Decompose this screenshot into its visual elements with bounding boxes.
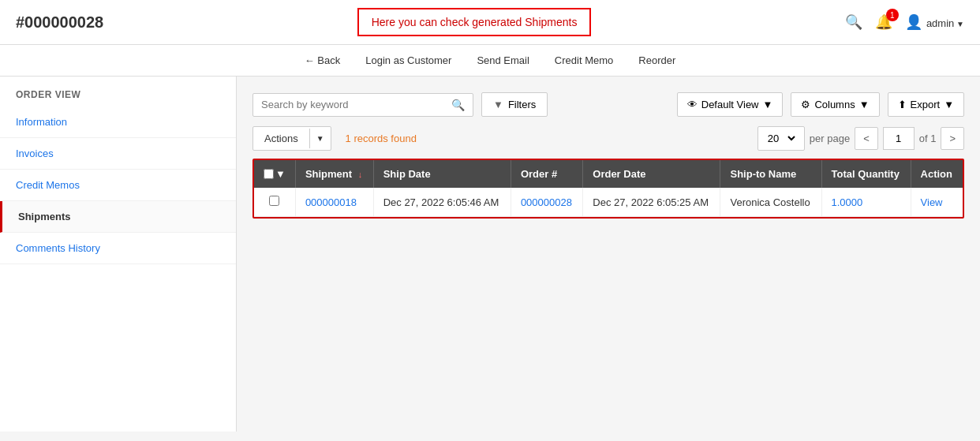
sidebar-label-information: Information	[16, 116, 67, 128]
row-order-date: Dec 27, 2022 6:05:25 AM	[583, 188, 720, 217]
th-ship-to-name: Ship-to Name	[720, 160, 821, 188]
shipments-table: ▼ Shipment ↓ Ship Date Order #	[254, 160, 963, 217]
table-row: 000000018 Dec 27, 2022 6:05:46 AM 000000…	[254, 188, 963, 217]
row-ship-date: Dec 27, 2022 6:05:46 AM	[373, 188, 511, 217]
admin-label: admin	[926, 17, 964, 29]
col-total-quantity-label: Total Quantity	[832, 168, 900, 180]
gear-icon: ⚙	[801, 99, 810, 110]
tooltip-banner: Here you can check generated Shipments	[357, 8, 592, 36]
records-count: 1 records found	[346, 133, 417, 144]
sidebar-item-invoices[interactable]: Invoices	[0, 138, 236, 170]
row-ship-to-name: Veronica Costello	[720, 188, 821, 217]
th-checkbox: ▼	[254, 160, 295, 188]
current-page-input[interactable]	[883, 127, 915, 150]
notification-bell[interactable]: 🔔 1	[875, 13, 892, 31]
actions-caret-icon[interactable]: ▼	[309, 129, 331, 148]
actions-dropdown: Actions ▼	[252, 126, 331, 151]
filter-icon: ▼	[493, 99, 503, 110]
filters-label: Filters	[508, 99, 536, 110]
ship-date-value: Dec 27, 2022 6:05:46 AM	[383, 196, 499, 208]
export-button[interactable]: ⬆ Export ▼	[888, 92, 964, 117]
admin-menu[interactable]: 👤 admin	[905, 13, 964, 31]
col-action-label: Action	[921, 168, 952, 180]
col-order-date-label: Order Date	[593, 168, 645, 180]
search-submit-icon[interactable]: 🔍	[451, 99, 465, 111]
columns-button[interactable]: ⚙ Columns ▼	[791, 92, 879, 117]
search-icon: 🔍	[845, 14, 862, 30]
th-ship-date: Ship Date	[373, 160, 511, 188]
sidebar-label-comments-history: Comments History	[16, 242, 100, 254]
tooltip-text: Here you can check generated Shipments	[372, 16, 578, 28]
next-page-button[interactable]: >	[941, 127, 964, 150]
prev-page-button[interactable]: <	[855, 127, 878, 150]
default-view-button[interactable]: 👁 Default View ▼	[677, 92, 784, 117]
columns-chevron: ▼	[859, 99, 870, 110]
default-view-label: Default View	[701, 99, 759, 110]
columns-label: Columns	[814, 99, 855, 110]
sidebar-item-shipments[interactable]: Shipments	[0, 201, 236, 233]
sidebar-item-comments-history[interactable]: Comments History	[0, 233, 236, 264]
person-icon: 👤	[905, 14, 922, 30]
page-of-label: of 1	[919, 133, 937, 144]
top-header: #000000028 Here you can check generated …	[0, 0, 980, 45]
ship-to-name-value: Veronica Costello	[730, 196, 810, 208]
back-button[interactable]: ← Back	[305, 54, 341, 66]
notification-badge: 1	[886, 9, 899, 21]
th-order-num: Order #	[511, 160, 582, 188]
eye-icon: 👁	[687, 99, 698, 110]
row-checkbox[interactable]	[269, 196, 279, 206]
default-view-chevron: ▼	[763, 99, 773, 110]
sidebar-label-shipments: Shipments	[18, 211, 70, 222]
sidebar-item-information[interactable]: Information	[0, 107, 236, 138]
sidebar-item-credit-memos[interactable]: Credit Memos	[0, 170, 236, 201]
sidebar-label-credit-memos: Credit Memos	[16, 179, 80, 191]
th-order-date: Order Date	[583, 160, 720, 188]
row-total-quantity: 1.0000	[821, 188, 911, 217]
shipment-link[interactable]: 000000018	[305, 196, 357, 208]
toolbar: 🔍 ▼ Filters 👁 Default View ▼ ⚙ Columns ▼	[252, 92, 964, 117]
th-action: Action	[911, 160, 963, 188]
main-layout: ORDER VIEW Information Invoices Credit M…	[0, 77, 980, 432]
send-email-button[interactable]: Send Email	[477, 54, 529, 66]
col-shipment-label: Shipment	[305, 168, 352, 180]
quantity-link[interactable]: 1.0000	[832, 196, 863, 208]
search-input[interactable]	[261, 99, 451, 110]
order-num-link[interactable]: 000000028	[521, 196, 572, 208]
pagination-controls: 20 50 100 per page < of 1 >	[757, 126, 964, 151]
header-controls: 🔍 🔔 1 👤 admin	[845, 13, 964, 31]
per-page-dropdown[interactable]: 20 50 100	[765, 132, 798, 145]
col-order-num-label: Order #	[521, 168, 557, 180]
view-controls: 👁 Default View ▼ ⚙ Columns ▼ ⬆ Export ▼	[677, 92, 964, 117]
select-all-checkbox[interactable]	[264, 169, 274, 179]
order-id: #000000028	[16, 13, 103, 32]
view-action-link[interactable]: View	[921, 196, 943, 208]
reorder-button[interactable]: Reorder	[638, 54, 675, 66]
select-all-caret[interactable]: ▼	[275, 168, 286, 180]
col-ship-date-label: Ship Date	[383, 168, 431, 180]
sort-icon[interactable]: ↓	[358, 170, 363, 179]
per-page-select[interactable]: 20 50 100	[757, 126, 805, 151]
actions-label[interactable]: Actions	[253, 127, 309, 150]
export-label: Export	[911, 99, 941, 110]
export-chevron: ▼	[944, 99, 954, 110]
table-header-row: ▼ Shipment ↓ Ship Date Order #	[254, 160, 963, 188]
col-ship-to-name-label: Ship-to Name	[730, 168, 796, 180]
sidebar: ORDER VIEW Information Invoices Credit M…	[0, 77, 237, 432]
action-bar: ← Back Login as Customer Send Email Cred…	[0, 45, 980, 77]
sidebar-label-invoices: Invoices	[16, 148, 54, 159]
order-date-value: Dec 27, 2022 6:05:25 AM	[593, 196, 709, 208]
search-icon-btn[interactable]: 🔍	[845, 13, 862, 31]
row-shipment: 000000018	[295, 188, 373, 217]
content-area: 🔍 ▼ Filters 👁 Default View ▼ ⚙ Columns ▼	[237, 77, 980, 432]
filters-button[interactable]: ▼ Filters	[481, 92, 548, 117]
order-id-section: #000000028	[16, 13, 103, 32]
th-shipment: Shipment ↓	[295, 160, 373, 188]
row-order-num: 000000028	[511, 188, 582, 217]
row-action: View	[911, 188, 963, 217]
search-box: 🔍	[252, 93, 473, 117]
login-customer-button[interactable]: Login as Customer	[365, 54, 451, 66]
credit-memo-button[interactable]: Credit Memo	[555, 54, 613, 66]
records-bar: Actions ▼ 1 records found 20 50 100 per …	[252, 126, 964, 151]
row-checkbox-cell	[254, 188, 295, 217]
sidebar-section-title: ORDER VIEW	[0, 77, 236, 107]
